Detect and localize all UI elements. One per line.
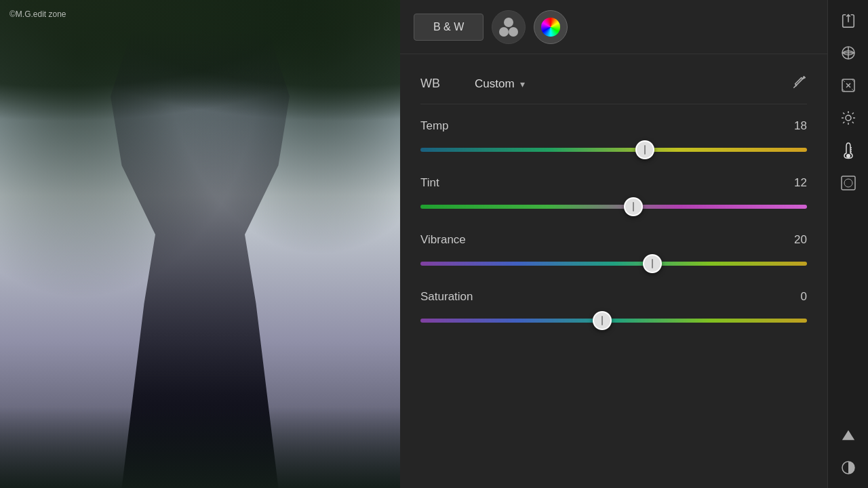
saturation-value: 0 xyxy=(787,290,807,304)
saturation-label: Saturation xyxy=(420,290,473,304)
tint-label: Tint xyxy=(420,176,439,190)
saturation-slider-row: Saturation 0 xyxy=(420,282,807,339)
wb-chevron-icon: ▾ xyxy=(520,79,525,89)
vibrance-value: 20 xyxy=(787,233,807,247)
saturation-track xyxy=(420,319,807,323)
tint-track xyxy=(420,205,807,209)
tint-slider-row: Tint 12 xyxy=(420,168,807,225)
right-sidebar xyxy=(827,0,868,488)
watermark: ©M.G.edit zone xyxy=(9,9,66,19)
svg-line-10 xyxy=(843,113,844,114)
svg-line-12 xyxy=(843,122,844,123)
triangle-icon xyxy=(841,428,856,443)
enhance-icon xyxy=(840,77,856,94)
wb-label: WB xyxy=(420,77,475,91)
svg-line-13 xyxy=(852,113,853,114)
right-panel: B & W WB Custom ▾ xyxy=(400,0,868,488)
wb-value-container: Custom ▾ xyxy=(475,77,792,91)
color-wheel-icon xyxy=(541,18,560,37)
thermometer-icon xyxy=(842,141,855,160)
svg-point-17 xyxy=(846,154,850,158)
sun-icon xyxy=(840,110,856,126)
half-circle-icon xyxy=(840,460,856,476)
top-toolbar: B & W xyxy=(400,0,827,54)
share-icon xyxy=(841,13,856,28)
tint-thumb[interactable] xyxy=(624,197,643,216)
temp-value: 18 xyxy=(787,119,807,133)
sidebar-color-icon[interactable] xyxy=(833,136,863,165)
sidebar-vignette-icon[interactable] xyxy=(833,168,863,198)
temp-slider-row: Temp 18 xyxy=(420,111,807,168)
temp-thumb[interactable] xyxy=(635,140,654,159)
vignette-icon xyxy=(840,175,856,191)
sidebar-light-icon[interactable] xyxy=(833,103,863,133)
vibrance-track xyxy=(420,262,807,266)
sidebar-enhance-icon[interactable] xyxy=(833,70,863,100)
svg-point-0 xyxy=(795,85,797,87)
svg-point-5 xyxy=(846,115,851,121)
saturation-slider-container xyxy=(420,310,807,331)
temp-slider-container xyxy=(420,140,807,160)
svg-point-19 xyxy=(844,179,852,187)
temp-track xyxy=(420,148,807,152)
eyedropper-icon xyxy=(792,75,807,89)
vibrance-label: Vibrance xyxy=(420,233,466,247)
filter-grid-icon xyxy=(840,45,856,61)
vibrance-thumb[interactable] xyxy=(643,254,662,273)
sidebar-split-tone-icon[interactable] xyxy=(833,453,863,483)
temp-label: Temp xyxy=(420,119,449,133)
bw-button[interactable]: B & W xyxy=(414,14,484,41)
saturation-thumb[interactable] xyxy=(593,311,612,330)
sidebar-curves-icon[interactable] xyxy=(833,420,863,450)
wb-row: WB Custom ▾ xyxy=(420,61,807,104)
sliders-area: WB Custom ▾ Temp xyxy=(400,54,827,488)
tint-slider-container xyxy=(420,197,807,217)
controls-area: B & W WB Custom ▾ xyxy=(400,0,827,488)
wb-custom-value: Custom xyxy=(475,77,515,91)
color-wheel-button[interactable] xyxy=(534,10,568,44)
photo-panel: ©M.G.edit zone xyxy=(0,0,400,488)
eyedropper-button[interactable] xyxy=(792,75,807,93)
sidebar-filter-icon[interactable] xyxy=(833,38,863,68)
tint-value: 12 xyxy=(787,176,807,190)
sidebar-export-icon[interactable] xyxy=(833,5,863,35)
three-circles-icon xyxy=(499,18,518,37)
mix-icon-button[interactable] xyxy=(492,10,526,44)
vibrance-slider-container xyxy=(420,253,807,274)
svg-rect-18 xyxy=(842,176,855,190)
vibrance-slider-row: Vibrance 20 xyxy=(420,225,807,282)
svg-line-11 xyxy=(852,122,853,123)
